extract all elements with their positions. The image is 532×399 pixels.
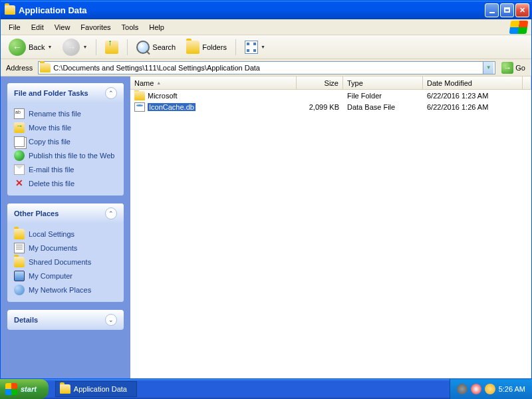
address-input[interactable]: [53, 64, 483, 72]
chevron-down-icon[interactable]: ▼: [261, 45, 265, 49]
place-label: Local Settings: [29, 230, 74, 238]
file-size: 2,099 KB: [297, 102, 343, 112]
file-type: File Folder: [343, 91, 423, 100]
title-bar: Application Data ✕: [1, 1, 531, 19]
details-header[interactable]: Details ⌄: [7, 310, 124, 330]
place-label: My Computer: [29, 272, 72, 280]
place-link[interactable]: My Computer: [14, 271, 117, 281]
details-box: Details ⌄: [7, 310, 124, 330]
column-headers: Name▲ Size Type Date Modified: [130, 76, 531, 90]
place-link[interactable]: My Documents: [14, 243, 117, 253]
close-button[interactable]: ✕: [515, 3, 529, 17]
task-label: Copy this file: [29, 138, 70, 146]
menu-help[interactable]: Help: [144, 21, 170, 33]
views-button[interactable]: ▼: [241, 38, 269, 57]
place-link[interactable]: Shared Documents: [14, 257, 117, 267]
window-title: Application Data: [19, 5, 485, 15]
task-label: Move this file: [29, 124, 71, 132]
folders-button[interactable]: Folders: [182, 38, 231, 57]
task-icon: [14, 164, 25, 175]
menu-bar: File Edit View Favorites Tools Help: [1, 19, 531, 35]
menu-favorites[interactable]: Favorites: [75, 21, 116, 33]
task-icon: [14, 136, 25, 147]
task-link[interactable]: Move this file: [14, 122, 117, 133]
tray-security-icon[interactable]: [471, 384, 481, 394]
go-arrow-icon: →: [501, 62, 513, 74]
task-link[interactable]: Publish this file to the Web: [14, 150, 117, 161]
task-icon: [14, 150, 25, 161]
start-label: start: [21, 385, 37, 393]
column-date[interactable]: Date Modified: [423, 76, 523, 89]
task-label: Delete this file: [29, 180, 74, 188]
address-label: Address: [3, 64, 35, 72]
go-label: Go: [515, 64, 525, 72]
task-icon: ✕: [14, 178, 25, 189]
go-button[interactable]: → Go: [498, 61, 529, 75]
views-icon: [245, 41, 258, 54]
chevron-down-icon[interactable]: ▼: [82, 45, 87, 49]
folder-icon: [60, 384, 70, 394]
taskbar-app-label: Application Data: [74, 385, 127, 393]
up-button[interactable]: [101, 38, 122, 57]
collapse-icon[interactable]: ⌃: [105, 87, 117, 99]
collapse-icon[interactable]: ⌃: [105, 207, 117, 219]
start-button[interactable]: start: [0, 379, 49, 399]
windows-logo-icon: [5, 383, 17, 395]
address-field[interactable]: ▼: [38, 61, 495, 74]
task-icon: [14, 122, 25, 133]
back-label: Back: [29, 43, 45, 51]
menu-edit[interactable]: Edit: [26, 21, 49, 33]
tray-icon[interactable]: [457, 384, 467, 394]
task-label: Rename this file: [29, 110, 81, 118]
task-link[interactable]: Copy this file: [14, 136, 117, 147]
forward-arrow-icon: →: [63, 39, 80, 56]
taskbar-app-button[interactable]: Application Data: [55, 381, 137, 397]
place-label: Shared Documents: [29, 258, 91, 266]
up-folder-icon: [105, 41, 118, 54]
forward-button[interactable]: → ▼: [59, 36, 91, 59]
file-rows[interactable]: MicrosoftFile Folder6/22/2016 1:23 AMIco…: [130, 90, 531, 378]
file-date: 6/22/2016 1:26 AM: [423, 102, 523, 112]
task-link[interactable]: E-mail this file: [14, 164, 117, 175]
menu-file[interactable]: File: [3, 21, 26, 33]
windows-flag-icon[interactable]: [509, 21, 529, 34]
back-arrow-icon: ←: [9, 39, 26, 56]
file-icon: [134, 91, 145, 100]
place-icon: [14, 271, 25, 281]
column-type[interactable]: Type: [343, 76, 423, 89]
column-name[interactable]: Name▲: [130, 76, 297, 89]
task-label: E-mail this file: [29, 166, 74, 174]
file-name: IconCache.db: [148, 103, 196, 111]
tasks-header[interactable]: File and Folder Tasks ⌃: [7, 83, 124, 103]
place-label: My Documents: [29, 244, 77, 252]
sort-asc-icon: ▲: [156, 80, 161, 85]
chevron-down-icon[interactable]: ▼: [47, 45, 52, 49]
minimize-button[interactable]: [485, 3, 499, 17]
expand-icon[interactable]: ⌄: [105, 314, 117, 326]
address-dropdown[interactable]: ▼: [483, 62, 493, 74]
file-row[interactable]: MicrosoftFile Folder6/22/2016 1:23 AM: [130, 90, 531, 101]
menu-view[interactable]: View: [49, 21, 76, 33]
other-title: Other Places: [14, 209, 59, 217]
place-link[interactable]: Local Settings: [14, 229, 117, 239]
maximize-button[interactable]: [500, 3, 514, 17]
menu-tools[interactable]: Tools: [116, 21, 144, 33]
file-row[interactable]: IconCache.db2,099 KBData Base File6/22/2…: [130, 101, 531, 112]
back-button[interactable]: ← Back ▼: [5, 36, 56, 59]
task-link[interactable]: ✕Delete this file: [14, 178, 117, 189]
task-link[interactable]: Rename this file: [14, 108, 117, 119]
search-button[interactable]: Search: [132, 38, 180, 57]
tasks-title: File and Folder Tasks: [14, 89, 88, 97]
other-header[interactable]: Other Places ⌃: [7, 203, 124, 223]
tray-alert-icon[interactable]: [485, 384, 495, 394]
file-size: [297, 95, 343, 96]
column-size[interactable]: Size: [297, 76, 343, 89]
search-icon: [136, 41, 150, 54]
folder-icon: [5, 5, 15, 15]
place-link[interactable]: My Network Places: [14, 285, 117, 295]
folders-label: Folders: [202, 43, 227, 51]
clock[interactable]: 5:26 AM: [499, 385, 525, 393]
file-icon: [134, 102, 145, 112]
task-icon: [14, 108, 25, 119]
other-places-box: Other Places ⌃ Local SettingsMy Document…: [7, 203, 124, 302]
